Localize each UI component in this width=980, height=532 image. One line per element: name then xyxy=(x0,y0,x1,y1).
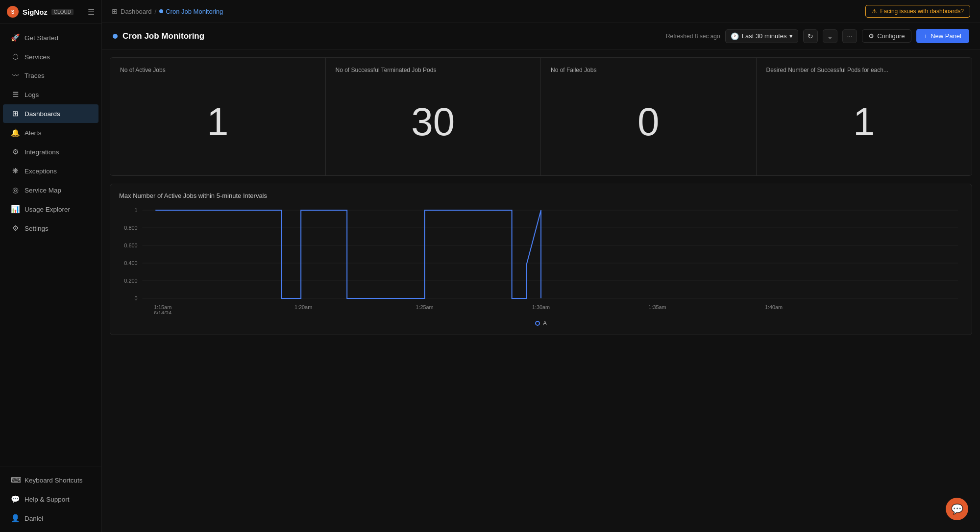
services-icon: ⬡ xyxy=(11,52,20,61)
chart-legend: A xyxy=(119,320,963,327)
dashboard-title-area: Cron Job Monitoring xyxy=(113,31,204,41)
plus-icon: + xyxy=(924,32,928,40)
more-options-button[interactable]: ··· xyxy=(842,29,857,43)
dashboards-label: Dashboards xyxy=(24,110,60,118)
sidebar-header: S SigNoz CLOUD ☰ xyxy=(0,0,101,24)
keyboard-shortcuts-label: Keyboard Shortcuts xyxy=(24,477,83,484)
sidebar-item-settings[interactable]: ⚙ Settings xyxy=(3,219,98,238)
sidebar-item-services[interactable]: ⬡ Services xyxy=(3,48,98,66)
stat-card-title-1: No of Successful Terminated Job Pods xyxy=(336,67,531,73)
usage-explorer-icon: 📊 xyxy=(11,205,20,214)
svg-text:1:25am: 1:25am xyxy=(416,304,433,310)
svg-text:1:30am: 1:30am xyxy=(532,304,550,310)
time-range-label: Last 30 minutes xyxy=(742,32,787,40)
dashboard-grid-icon: ⊞ xyxy=(112,7,118,15)
app-name: SigNoz xyxy=(23,8,48,16)
topbar: ⊞ Dashboard / Cron Job Monitoring ⚠ Faci… xyxy=(102,0,980,23)
stat-card-2: No of Failed Jobs 0 xyxy=(541,58,757,175)
stat-card-title-2: No of Failed Jobs xyxy=(551,67,746,73)
svg-text:0: 0 xyxy=(135,295,138,301)
settings-icon: ⚙ xyxy=(11,224,20,233)
refresh-info: Refreshed 8 sec ago xyxy=(666,33,720,40)
warning-icon: ⚠ xyxy=(872,8,877,15)
svg-text:0.200: 0.200 xyxy=(124,278,137,284)
sidebar-item-integrations[interactable]: ⚙ Integrations xyxy=(3,143,98,161)
breadcrumb-parent: Dashboard xyxy=(121,8,152,15)
stat-card-value-0: 1 xyxy=(120,77,316,167)
sidebar-toggle-icon[interactable]: ☰ xyxy=(88,7,95,17)
legend-dot xyxy=(535,321,540,326)
dashboard-content: No of Active Jobs 1 No of Successful Ter… xyxy=(102,49,980,532)
stat-cards-row: No of Active Jobs 1 No of Successful Ter… xyxy=(110,57,972,176)
sidebar-item-get-started[interactable]: 🚀 Get Started xyxy=(3,28,98,47)
stat-card-title-0: No of Active Jobs xyxy=(120,67,316,73)
sidebar-item-logs[interactable]: ☰ Logs xyxy=(3,85,98,104)
dashboards-icon: ⊞ xyxy=(11,109,20,118)
breadcrumb-dot xyxy=(159,9,163,13)
sidebar-item-user[interactable]: 👤 Daniel xyxy=(3,509,98,528)
sidebar-item-service-map[interactable]: ◎ Service Map xyxy=(3,181,98,199)
get-started-label: Get Started xyxy=(24,34,58,42)
stat-card-0: No of Active Jobs 1 xyxy=(110,58,326,175)
breadcrumb: ⊞ Dashboard / Cron Job Monitoring xyxy=(112,7,223,15)
stat-card-3: Desired Number of Successful Pods for ea… xyxy=(757,58,972,175)
chart-container: 1 0.800 0.600 0.400 0.200 0 xyxy=(119,206,963,314)
user-label: Daniel xyxy=(24,515,43,522)
new-panel-button[interactable]: + New Panel xyxy=(916,29,969,43)
logs-icon: ☰ xyxy=(11,90,20,99)
sidebar: S SigNoz CLOUD ☰ 🚀 Get Started ⬡ Service… xyxy=(0,0,102,532)
alerts-label: Alerts xyxy=(24,129,42,137)
dashboard-status-dot xyxy=(113,34,118,39)
dashboard-header: Cron Job Monitoring Refreshed 8 sec ago … xyxy=(102,23,980,49)
sidebar-item-exceptions[interactable]: ❋ Exceptions xyxy=(3,162,98,180)
sidebar-item-keyboard-shortcuts[interactable]: ⌨ Keyboard Shortcuts xyxy=(3,471,98,489)
stat-card-value-2: 0 xyxy=(551,77,746,167)
svg-text:0.400: 0.400 xyxy=(124,260,137,266)
exceptions-icon: ❋ xyxy=(11,167,20,175)
stat-card-value-1: 30 xyxy=(336,77,531,167)
stat-card-1: No of Successful Terminated Job Pods 30 xyxy=(326,58,541,175)
refresh-button[interactable]: ↻ xyxy=(803,29,818,43)
sidebar-item-dashboards[interactable]: ⊞ Dashboards xyxy=(3,104,98,123)
chevron-down-icon: ▾ xyxy=(789,32,793,40)
svg-text:1:35am: 1:35am xyxy=(648,304,666,310)
integrations-icon: ⚙ xyxy=(11,147,20,156)
legend-label: A xyxy=(543,320,547,327)
sidebar-item-alerts[interactable]: 🔔 Alerts xyxy=(3,123,98,142)
sidebar-item-usage-explorer[interactable]: 📊 Usage Explorer xyxy=(3,200,98,218)
dashboard-controls: Refreshed 8 sec ago 🕐 Last 30 minutes ▾ … xyxy=(666,29,969,43)
gear-icon: ⚙ xyxy=(868,32,874,40)
chart-panel: Max Number of Active Jobs within 5-minut… xyxy=(110,184,972,335)
exceptions-label: Exceptions xyxy=(24,168,57,175)
svg-text:1:40am: 1:40am xyxy=(765,304,783,310)
svg-text:6/14/24: 6/14/24 xyxy=(154,310,172,314)
chat-icon: 💬 xyxy=(951,503,963,515)
logo-icon: S xyxy=(7,6,19,18)
issues-button[interactable]: ⚠ Facing issues with dashboards? xyxy=(865,5,970,18)
logo-area: S SigNoz CLOUD xyxy=(7,6,74,18)
svg-text:0.800: 0.800 xyxy=(124,225,137,231)
chart-svg: 1 0.800 0.600 0.400 0.200 0 xyxy=(119,206,963,314)
sidebar-item-help-support[interactable]: 💬 Help & Support xyxy=(3,490,98,508)
get-started-icon: 🚀 xyxy=(11,33,20,42)
chart-title: Max Number of Active Jobs within 5-minut… xyxy=(119,192,963,199)
time-range-picker[interactable]: 🕐 Last 30 minutes ▾ xyxy=(725,29,799,43)
sidebar-item-traces[interactable]: 〰 Traces xyxy=(3,67,98,85)
chat-bubble[interactable]: 💬 xyxy=(946,498,968,520)
svg-text:1: 1 xyxy=(135,207,138,213)
breadcrumb-separator: / xyxy=(155,8,157,15)
configure-button[interactable]: ⚙ Configure xyxy=(862,29,911,43)
main-content: ⊞ Dashboard / Cron Job Monitoring ⚠ Faci… xyxy=(102,0,980,532)
breadcrumb-current: Cron Job Monitoring xyxy=(159,8,223,15)
help-support-label: Help & Support xyxy=(24,496,70,503)
cloud-badge: CLOUD xyxy=(51,9,74,15)
settings-label: Settings xyxy=(24,225,49,232)
logs-label: Logs xyxy=(24,91,39,98)
traces-icon: 〰 xyxy=(11,72,20,80)
service-map-icon: ◎ xyxy=(11,186,20,194)
svg-text:0.600: 0.600 xyxy=(124,242,137,248)
keyboard-shortcuts-icon: ⌨ xyxy=(11,476,20,484)
sidebar-nav: 🚀 Get Started ⬡ Services 〰 Traces ☰ Logs… xyxy=(0,24,101,466)
expand-button[interactable]: ⌄ xyxy=(823,29,837,43)
clock-icon: 🕐 xyxy=(731,32,739,40)
